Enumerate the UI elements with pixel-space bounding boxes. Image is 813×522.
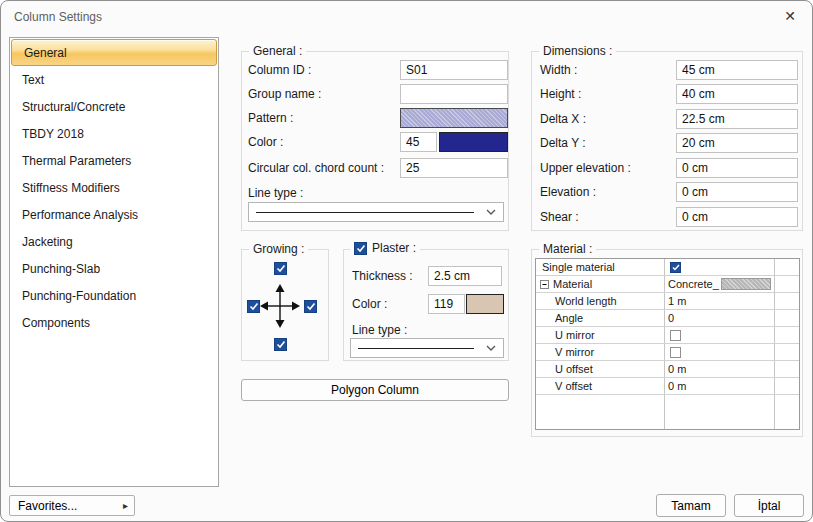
cancel-button[interactable]: İptal (734, 494, 804, 517)
material-row[interactable]: Material Concrete_ (536, 276, 799, 293)
shear-label: Shear : (540, 207, 579, 227)
elevation-input[interactable] (676, 182, 798, 202)
plaster-line-sample (358, 348, 474, 349)
height-label: Height : (540, 84, 581, 104)
angle-value: 0 (668, 312, 674, 324)
polygon-column-button[interactable]: Polygon Column (241, 379, 509, 401)
chevron-down-icon (486, 209, 496, 215)
sidebar-item-punching-slab[interactable]: Punching-Slab (10, 255, 218, 282)
u-mirror-row[interactable]: U mirror (536, 327, 799, 344)
chevron-down-icon (486, 345, 496, 351)
growing-group: Growing : (241, 249, 329, 361)
window-title: Column Settings (1, 10, 102, 24)
sidebar-item-tbdy-2018[interactable]: TBDY 2018 (10, 120, 218, 147)
column-id-input[interactable] (400, 60, 508, 80)
world-length-value: 1 m (668, 295, 686, 307)
general-group-title: General : (249, 44, 306, 58)
ok-button[interactable]: Tamam (656, 494, 726, 517)
column-id-label: Column ID : (248, 60, 311, 80)
width-input[interactable] (676, 60, 798, 80)
single-material-label-cell: Single material (536, 261, 664, 273)
grow-down-checkbox[interactable] (274, 338, 287, 351)
titlebar[interactable]: Column Settings ✕ (1, 1, 812, 33)
grow-right-checkbox[interactable] (304, 300, 317, 313)
world-length-label-cell: World length (536, 295, 664, 307)
u-mirror-value-cell (664, 330, 774, 341)
material-texture-swatch[interactable] (721, 278, 771, 290)
favorites-arrow-icon: ▸ (123, 500, 128, 511)
pattern-swatch[interactable] (400, 108, 508, 128)
plaster-line-type-dropdown[interactable] (350, 338, 504, 358)
sidebar-item-thermal-parameters[interactable]: Thermal Parameters (10, 147, 218, 174)
plaster-group: Plaster : Thickness : Color : Line type … (343, 249, 509, 361)
width-label: Width : (540, 60, 577, 80)
single-material-value-cell (664, 262, 774, 273)
plaster-color-index-input[interactable] (428, 294, 465, 314)
v-mirror-value-cell (664, 347, 774, 358)
plaster-checkbox[interactable] (354, 242, 367, 255)
v-offset-value: 0 m (668, 380, 686, 392)
favorites-button[interactable]: Favorites... ▸ (9, 495, 135, 516)
delta-x-label: Delta X : (540, 109, 586, 129)
u-offset-row[interactable]: U offset 0 m (536, 361, 799, 378)
height-input[interactable] (676, 84, 798, 104)
growing-group-title: Growing : (249, 242, 308, 256)
upper-elevation-label: Upper elevation : (540, 158, 631, 178)
group-name-input[interactable] (400, 84, 508, 104)
sidebar-item-punching-foundation[interactable]: Punching-Foundation (10, 282, 218, 309)
u-offset-value-cell: 0 m (664, 363, 774, 375)
delta-x-input[interactable] (676, 109, 798, 129)
material-value-cell: Concrete_ (664, 278, 774, 290)
u-offset-label: U offset (555, 363, 593, 375)
sidebar-item-stiffness-modifiers[interactable]: Stiffness Modifiers (10, 174, 218, 201)
color-label: Color : (248, 132, 283, 152)
delta-y-input[interactable] (676, 133, 798, 153)
angle-label: Angle (555, 312, 583, 324)
sidebar-item-general[interactable]: General (11, 39, 217, 66)
v-offset-row[interactable]: V offset 0 m (536, 378, 799, 395)
dimensions-group-title: Dimensions : (539, 44, 616, 58)
chord-count-label: Circular col. chord count : (248, 158, 384, 178)
world-length-value-cell: 1 m (664, 295, 774, 307)
thickness-input[interactable] (428, 266, 502, 286)
shear-input[interactable] (676, 207, 798, 227)
line-type-dropdown[interactable] (248, 202, 504, 222)
dimensions-group: Dimensions : Width : Height : Delta X : … (531, 51, 803, 231)
cancel-button-label: İptal (758, 499, 781, 513)
world-length-row[interactable]: World length 1 m (536, 293, 799, 310)
line-sample (256, 212, 474, 213)
column-settings-dialog: Column Settings ✕ General Text Structura… (0, 0, 813, 522)
u-offset-value: 0 m (668, 363, 686, 375)
sidebar-item-jacketing[interactable]: Jacketing (10, 228, 218, 255)
angle-value-cell: 0 (664, 312, 774, 324)
chord-count-input[interactable] (400, 158, 508, 178)
u-offset-label-cell: U offset (536, 363, 664, 375)
v-offset-value-cell: 0 m (664, 380, 774, 392)
sidebar-item-components[interactable]: Components (10, 309, 218, 336)
single-material-checkbox[interactable] (670, 262, 681, 273)
collapse-expander-icon[interactable] (540, 280, 549, 289)
upper-elevation-input[interactable] (676, 158, 798, 178)
angle-row[interactable]: Angle 0 (536, 310, 799, 327)
ok-button-label: Tamam (671, 499, 710, 513)
v-mirror-row[interactable]: V mirror (536, 344, 799, 361)
column-color-swatch[interactable] (439, 132, 508, 152)
sidebar-item-text[interactable]: Text (10, 66, 218, 93)
sidebar-item-structural-concrete[interactable]: Structural/Concrete (10, 93, 218, 120)
v-mirror-checkbox[interactable] (670, 347, 681, 358)
grow-left-checkbox[interactable] (247, 300, 260, 313)
elevation-label: Elevation : (540, 182, 596, 202)
single-material-row[interactable]: Single material (536, 259, 799, 276)
material-group: Material : Single material Material (531, 249, 803, 437)
v-offset-label-cell: V offset (536, 380, 664, 392)
sidebar: General Text Structural/Concrete TBDY 20… (9, 37, 219, 487)
plaster-color-swatch[interactable] (466, 294, 504, 314)
u-mirror-checkbox[interactable] (670, 330, 681, 341)
color-index-input[interactable] (400, 132, 437, 152)
sidebar-item-performance-analysis[interactable]: Performance Analysis (10, 201, 218, 228)
thickness-label: Thickness : (352, 266, 413, 286)
v-mirror-label-cell: V mirror (536, 346, 664, 358)
grow-up-checkbox[interactable] (274, 262, 287, 275)
plaster-header: Plaster : (350, 241, 420, 255)
close-button[interactable]: ✕ (768, 1, 812, 31)
